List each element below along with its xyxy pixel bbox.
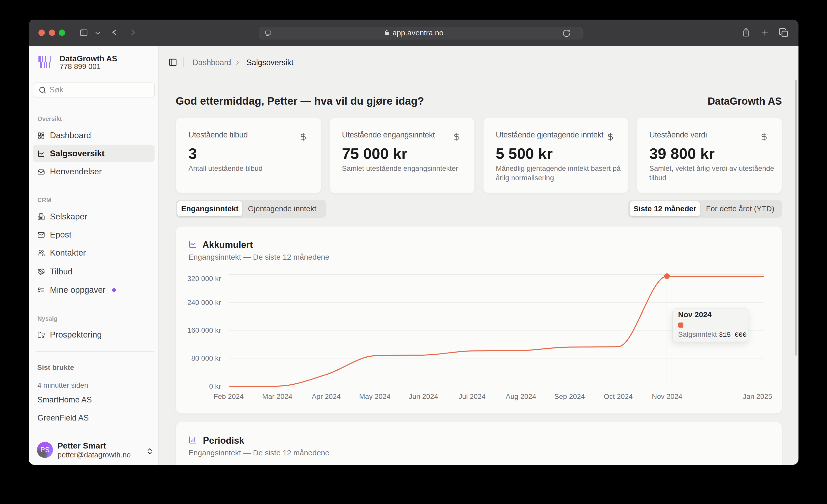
svg-text:Jun 2024: Jun 2024 (409, 393, 438, 400)
svg-text:Sep 2024: Sep 2024 (554, 393, 585, 400)
svg-text:Feb 2024: Feb 2024 (213, 393, 244, 400)
svg-text:240 000 kr: 240 000 kr (187, 299, 221, 306)
svg-text:80 000 kr: 80 000 kr (191, 354, 221, 362)
svg-text:320 000 kr: 320 000 kr (187, 275, 221, 283)
svg-text:Mar 2024: Mar 2024 (262, 393, 292, 400)
svg-text:May 2024: May 2024 (359, 393, 391, 400)
svg-text:Nov 2024: Nov 2024 (652, 393, 682, 400)
svg-text:Apr 2024: Apr 2024 (312, 393, 341, 400)
svg-text:Jul 2024: Jul 2024 (458, 393, 486, 400)
svg-text:Jan 2025: Jan 2025 (743, 393, 772, 400)
svg-text:Aug 2024: Aug 2024 (506, 393, 536, 400)
svg-text:Oct 2024: Oct 2024 (604, 393, 633, 400)
svg-text:0 kr: 0 kr (209, 382, 221, 390)
svg-text:160 000 kr: 160 000 kr (187, 326, 221, 334)
